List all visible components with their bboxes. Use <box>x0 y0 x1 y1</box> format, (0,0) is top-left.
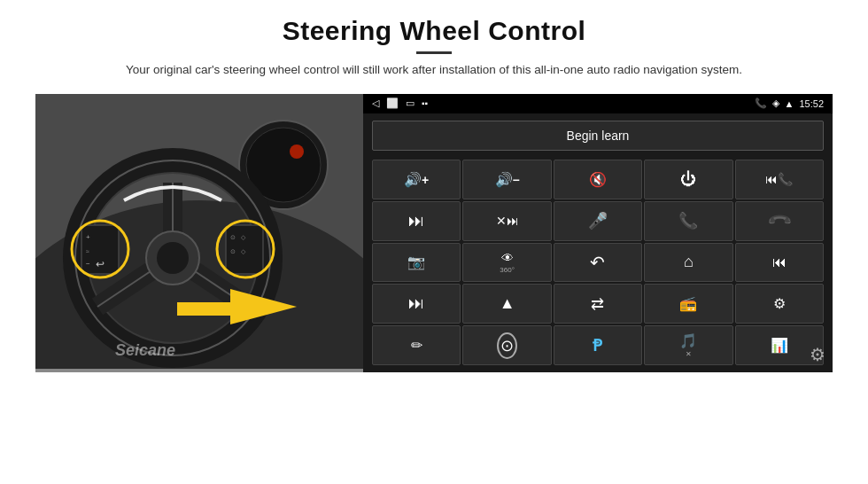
wifi-icon: ▲ <box>785 98 794 109</box>
svg-text:≈: ≈ <box>86 248 89 254</box>
eq-icon: ⚙ <box>773 295 786 312</box>
svg-text:−: − <box>86 260 90 268</box>
settings-icon: ⊙ <box>497 332 517 359</box>
next-button[interactable]: ⏭ <box>372 201 461 241</box>
power-icon: ⏻ <box>680 170 696 189</box>
location-icon: ◈ <box>772 98 779 109</box>
hangup-icon: 📞 <box>765 207 793 235</box>
home-nav-icon[interactable]: ⬜ <box>386 98 399 109</box>
mic-icon: 🎤 <box>588 211 608 230</box>
svg-text:↩: ↩ <box>96 258 105 270</box>
back-button[interactable]: ↶ <box>554 243 642 283</box>
edit-button[interactable]: ✏ <box>372 325 461 365</box>
vol-up-icon: 🔊+ <box>404 171 429 188</box>
mute-icon: 🔇 <box>589 171 607 188</box>
svg-rect-29 <box>177 302 235 316</box>
svg-text:+: + <box>86 233 90 241</box>
back-nav-icon[interactable]: ◁ <box>372 98 379 109</box>
status-bar-left: ◁ ⬜ ▭ ▪▪ <box>372 98 428 109</box>
time-display: 15:52 <box>799 98 824 109</box>
edit-icon: ✏ <box>411 337 422 354</box>
page-subtitle: Your original car's steering wheel contr… <box>126 61 742 80</box>
view360-button[interactable]: 👁 360° <box>462 243 551 283</box>
svg-text:⊙: ⊙ <box>230 234 236 240</box>
steering-wheel-svg: + ≈ − ↩ ⊙ ◇ ⊙ ◇ Seicane <box>35 94 363 369</box>
next-icon: ⏭ <box>408 212 424 230</box>
ffwd-icon: ⏭ <box>408 294 424 313</box>
vol-down-icon: 🔊− <box>495 171 520 188</box>
steering-wheel-image: + ≈ − ↩ ⊙ ◇ ⊙ ◇ Seicane <box>35 94 363 372</box>
music-button[interactable]: 🎵 ✕ <box>644 325 732 365</box>
camera-icon: 📷 <box>407 254 425 270</box>
power-button[interactable]: ⏻ <box>644 160 732 199</box>
rewind-icon: ⏮ <box>772 254 787 270</box>
switch-button[interactable]: ⇄ <box>554 284 642 324</box>
page-wrapper: Steering Wheel Control Your original car… <box>0 0 868 484</box>
mute-button[interactable]: 🔇 <box>554 160 642 199</box>
phone-icon: 📞 <box>755 98 767 109</box>
vol-up-button[interactable]: 🔊+ <box>372 160 461 199</box>
prev-track-button[interactable]: ⏮📞 <box>735 160 824 199</box>
eq-button[interactable]: ⚙ <box>735 284 824 324</box>
radio-icon: 📻 <box>679 295 697 312</box>
nav-icon: ▲ <box>500 294 515 313</box>
page-title: Steering Wheel Control <box>126 16 742 46</box>
content-area: + ≈ − ↩ ⊙ ◇ ⊙ ◇ Seicane <box>35 94 833 372</box>
home-icon: ⌂ <box>684 253 694 271</box>
vol-down-button[interactable]: 🔊− <box>462 160 551 199</box>
switch-icon: ⇄ <box>591 294 604 314</box>
settings-btn[interactable]: ⊙ <box>462 325 551 365</box>
radio-button[interactable]: 📻 <box>644 284 732 324</box>
svg-point-15 <box>157 242 189 274</box>
skip-icon: ✕⏭ <box>496 214 519 228</box>
music-icon: 🎵 <box>679 332 697 349</box>
view360-label: 360° <box>500 266 515 274</box>
hangup-button[interactable]: 📞 <box>735 201 824 241</box>
status-bar: ◁ ⬜ ▭ ▪▪ 📞 ◈ ▲ 15:52 <box>363 94 833 113</box>
spectrum-icon: 📊 <box>771 337 788 354</box>
status-bar-right: 📞 ◈ ▲ 15:52 <box>755 98 824 109</box>
prev-track-icon: ⏮📞 <box>765 172 793 186</box>
bluetooth-icon: Ᵽ <box>593 336 602 355</box>
nav-button[interactable]: ▲ <box>462 284 551 324</box>
svg-text:⊙: ⊙ <box>230 248 236 254</box>
mic-button[interactable]: 🎤 <box>554 201 642 241</box>
svg-text:Seicane: Seicane <box>115 341 175 359</box>
home-button[interactable]: ⌂ <box>644 243 732 283</box>
bluetooth-button[interactable]: Ᵽ <box>554 325 642 365</box>
camera-button[interactable]: 📷 <box>372 243 461 283</box>
call-icon: 📞 <box>678 211 698 230</box>
signal-icon: ▪▪ <box>422 98 428 108</box>
recents-nav-icon[interactable]: ▭ <box>406 98 415 109</box>
bottom-settings-icon[interactable]: ⚙ <box>810 344 825 365</box>
ffwd-button[interactable]: ⏭ <box>372 284 461 324</box>
svg-point-4 <box>290 144 304 159</box>
android-panel: ◁ ⬜ ▭ ▪▪ 📞 ◈ ▲ 15:52 Begin learn <box>363 94 833 372</box>
begin-learn-row: Begin learn <box>363 113 833 158</box>
skip-button[interactable]: ✕⏭ <box>462 201 551 241</box>
begin-learn-button[interactable]: Begin learn <box>372 121 824 151</box>
title-section: Steering Wheel Control Your original car… <box>126 16 742 80</box>
view360-icon: 👁 <box>501 251 514 265</box>
back-icon: ↶ <box>590 252 605 273</box>
music-sub: ✕ <box>686 350 692 358</box>
rewind-button[interactable]: ⏮ <box>735 243 824 283</box>
control-grid: 🔊+ 🔊− 🔇 ⏻ ⏮📞 ⏭ ✕⏭ <box>363 158 833 372</box>
call-button[interactable]: 📞 <box>644 201 732 241</box>
title-divider <box>416 51 452 54</box>
